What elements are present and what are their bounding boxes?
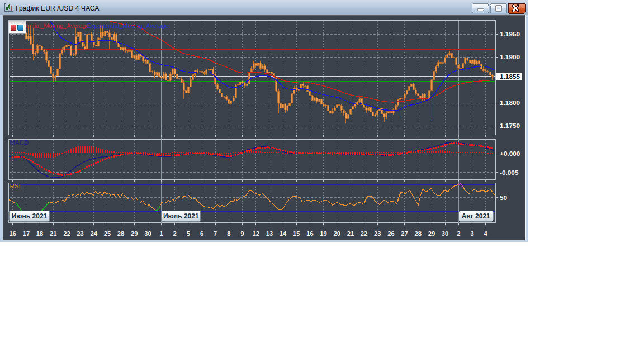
svg-text:7: 7 bbox=[214, 230, 217, 237]
svg-text:28: 28 bbox=[415, 230, 422, 237]
svg-text:MACD: MACD bbox=[10, 139, 29, 146]
svg-text:ential_Moving_Average: ential_Moving_Average bbox=[26, 22, 89, 29]
svg-text:28: 28 bbox=[117, 230, 124, 237]
svg-text:RSI: RSI bbox=[10, 183, 21, 189]
svg-text:13: 13 bbox=[266, 230, 273, 237]
svg-text:30: 30 bbox=[144, 230, 151, 237]
svg-text:20: 20 bbox=[334, 230, 340, 237]
svg-text:2: 2 bbox=[173, 230, 177, 237]
svg-text:+0.000: +0.000 bbox=[500, 150, 520, 158]
svg-text:16: 16 bbox=[9, 230, 16, 237]
svg-text:1.1750: 1.1750 bbox=[500, 122, 520, 130]
svg-text:17: 17 bbox=[23, 230, 30, 237]
svg-text:30: 30 bbox=[442, 230, 448, 237]
svg-text:График EUR /USD 4 ЧАСА: График EUR /USD 4 ЧАСА bbox=[16, 4, 100, 12]
svg-text:21: 21 bbox=[50, 230, 56, 237]
svg-text:9: 9 bbox=[240, 230, 244, 237]
svg-text:22: 22 bbox=[361, 230, 367, 237]
svg-text:29: 29 bbox=[131, 230, 138, 237]
svg-text:15: 15 bbox=[293, 230, 300, 237]
svg-text:26: 26 bbox=[387, 230, 394, 237]
svg-text:14: 14 bbox=[280, 230, 287, 237]
svg-text:1.1950: 1.1950 bbox=[500, 30, 520, 38]
svg-text:19: 19 bbox=[320, 230, 326, 237]
svg-text:Exponential_Moving_Average: Exponential_Moving_Average bbox=[87, 22, 169, 29]
svg-text:23: 23 bbox=[77, 230, 83, 237]
svg-text:Июнь 2021: Июнь 2021 bbox=[12, 212, 48, 220]
svg-text:5: 5 bbox=[187, 230, 190, 237]
svg-text:4: 4 bbox=[484, 230, 488, 237]
svg-text:16: 16 bbox=[306, 230, 313, 237]
svg-text:8: 8 bbox=[227, 230, 230, 237]
svg-text:1: 1 bbox=[159, 230, 163, 237]
svg-text:25: 25 bbox=[104, 230, 111, 237]
svg-text:12: 12 bbox=[253, 230, 259, 237]
svg-text:29: 29 bbox=[428, 230, 435, 237]
svg-text:23: 23 bbox=[374, 230, 381, 237]
svg-text:50: 50 bbox=[500, 194, 508, 202]
svg-text:22: 22 bbox=[63, 230, 70, 237]
svg-text:1.1900: 1.1900 bbox=[500, 53, 520, 61]
svg-text:1.1855: 1.1855 bbox=[500, 73, 520, 80]
svg-text:18: 18 bbox=[36, 230, 43, 237]
svg-text:1.1800: 1.1800 bbox=[500, 99, 520, 107]
svg-text:24: 24 bbox=[90, 230, 97, 237]
svg-text:Авг 2021: Авг 2021 bbox=[462, 212, 490, 220]
svg-text:2: 2 bbox=[457, 230, 460, 237]
svg-text:Июль 2021: Июль 2021 bbox=[163, 212, 199, 220]
svg-text:3: 3 bbox=[470, 230, 473, 237]
svg-text:27: 27 bbox=[401, 230, 408, 237]
svg-text:6: 6 bbox=[200, 230, 203, 237]
svg-text:21: 21 bbox=[347, 230, 354, 237]
svg-text:-0.005: -0.005 bbox=[500, 169, 519, 177]
